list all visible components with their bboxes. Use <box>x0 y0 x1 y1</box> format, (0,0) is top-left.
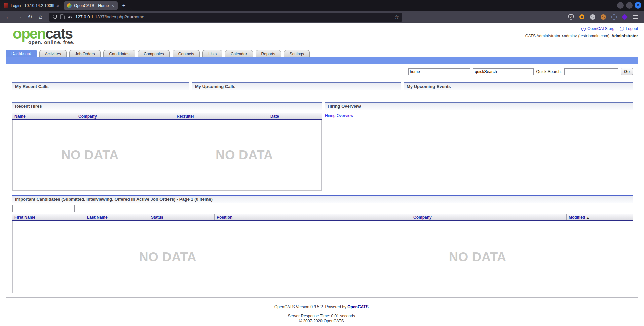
home-icon[interactable]: ⌂ <box>36 14 46 21</box>
search-row: Quick Search: Go <box>12 68 633 75</box>
no-data-watermark: NO DATA <box>61 148 119 162</box>
browser-tab-bar: Login - 10.10.14.2:10099 - × OpenCATS - … <box>0 0 644 11</box>
maximize-button[interactable] <box>626 2 633 9</box>
power-icon <box>620 27 624 31</box>
column-header[interactable]: Company <box>76 113 175 119</box>
nav-tab[interactable]: Activities <box>39 50 67 57</box>
proxy-globe-extension-icon[interactable] <box>609 13 619 22</box>
column-header[interactable]: Date <box>268 113 322 119</box>
window-close-button[interactable]: × <box>635 2 641 9</box>
action-bar <box>6 57 638 64</box>
opencats-org-link[interactable]: ✓OpenCATS.org <box>581 26 614 31</box>
cookie-orange-extension-icon[interactable] <box>598 13 608 22</box>
hiring-overview-link[interactable]: Hiring Overview <box>325 113 353 118</box>
panel-my-upcoming-events: My Upcoming Events <box>404 82 633 90</box>
quick-search-label: Quick Search: <box>536 69 562 74</box>
shield-icon[interactable] <box>52 14 58 19</box>
sort-asc-icon: ▲ <box>586 216 589 219</box>
no-data-watermark: NO DATA <box>139 250 196 264</box>
important-candidates-title: Important Candidates (Submitted, Intervi… <box>12 195 633 203</box>
new-tab-button[interactable]: + <box>118 2 130 9</box>
no-data-watermark: NO DATA <box>216 148 273 162</box>
main-container: Quick Search: Go My Recent Calls My Upco… <box>6 57 638 298</box>
column-header[interactable]: Last Name <box>85 214 149 220</box>
hiring-overview-section: Hiring Overview Hiring Overview <box>325 102 633 191</box>
purple-diamond-extension-icon[interactable] <box>620 13 630 22</box>
module-input[interactable] <box>408 68 470 75</box>
logo-tagline: open. online. free. <box>28 40 75 45</box>
column-header[interactable]: Position <box>214 214 411 220</box>
nav-tab[interactable]: Companies <box>138 50 170 57</box>
recent-hires-title: Recent Hires <box>12 102 322 110</box>
recent-hires-section: Recent Hires NameCompanyRecruiterDate NO… <box>12 102 322 191</box>
orange-ring-extension-icon[interactable] <box>577 13 587 22</box>
hiring-overview-title: Hiring Overview <box>325 102 633 110</box>
action-input[interactable] <box>473 68 534 75</box>
tab-close-icon[interactable]: × <box>111 3 114 8</box>
opencats-footer-link[interactable]: OpenCATS <box>347 304 368 309</box>
refresh-icon[interactable]: ↻ <box>25 13 35 21</box>
login-page-favicon <box>4 3 8 8</box>
server-response-time: Server Response Time: 0.01 seconds. <box>0 314 644 319</box>
address-bar[interactable]: 127.0.0.1:1337/index.php?m=home ☆ <box>49 13 402 22</box>
important-candidates-section: Important Candidates (Submitted, Intervi… <box>12 195 633 293</box>
browser-tab-opencats[interactable]: OpenCATS - Home × <box>64 1 117 10</box>
nav-tab[interactable]: Reports <box>256 50 281 57</box>
nav-tab[interactable]: Lists <box>202 50 222 57</box>
copyright: © 2007-2020 OpenCATS. <box>0 319 644 324</box>
quick-search-input[interactable] <box>564 68 618 75</box>
opencats-logo: opencats open. online. free. <box>13 26 75 45</box>
page-icon[interactable] <box>60 14 65 19</box>
nav-tab[interactable]: Contacts <box>173 50 200 57</box>
logged-in-user: CATS Administrator <admin> (testdomain.c… <box>525 34 638 38</box>
tracking-protection-icon[interactable]: ✓ <box>566 13 576 22</box>
nav-tab[interactable]: Dashboard <box>6 50 37 57</box>
cookie-extension-icon[interactable] <box>588 13 598 22</box>
bookmark-star-icon[interactable]: ☆ <box>394 14 399 20</box>
column-header[interactable]: First Name <box>12 214 85 220</box>
panel-my-upcoming-calls: My Upcoming Calls <box>192 82 401 90</box>
logout-link[interactable]: Logout <box>620 26 638 31</box>
important-candidates-table-body: NO DATA NO DATA <box>12 221 633 293</box>
tab-close-icon[interactable]: × <box>56 3 60 8</box>
candidates-filter-input[interactable] <box>12 205 75 212</box>
recent-hires-table-body: NO DATA NO DATA <box>12 120 322 191</box>
column-header[interactable]: Recruiter <box>175 113 268 119</box>
back-icon[interactable]: ← <box>3 14 13 21</box>
menu-icon[interactable] <box>631 13 641 22</box>
panel-my-recent-calls: My Recent Calls <box>12 82 189 90</box>
key-icon <box>67 14 73 19</box>
go-button[interactable]: Go <box>621 68 633 75</box>
page-footer: OpenCATS Version 0.9.5.2. Powered by Ope… <box>0 304 644 324</box>
nav-tab[interactable]: Calendar <box>225 50 253 57</box>
column-header[interactable]: Status <box>149 214 214 220</box>
recent-hires-table-header: NameCompanyRecruiterDate <box>12 113 322 120</box>
check-circle-icon: ✓ <box>581 27 586 31</box>
browser-toolbar: ← → ↻ ⌂ 127.0.0.1:1337/index.php?m=home … <box>0 11 644 23</box>
important-candidates-table-header: First NameLast NameStatusPositionCompany… <box>12 214 633 221</box>
browser-tab-title: Login - 10.10.14.2:10099 - <box>11 3 54 8</box>
no-data-watermark: NO DATA <box>449 250 506 264</box>
opencats-favicon <box>67 3 72 8</box>
nav-tab[interactable]: Settings <box>284 50 310 57</box>
forward-icon[interactable]: → <box>14 14 24 21</box>
site-header: opencats open. online. free. ✓OpenCATS.o… <box>0 23 644 50</box>
browser-tab-title: OpenCATS - Home <box>74 3 109 8</box>
column-header[interactable]: Modified▲ <box>566 214 633 220</box>
nav-tab[interactable]: Candidates <box>103 50 135 57</box>
column-header[interactable]: Company <box>411 214 566 220</box>
url-text: 127.0.0.1:1337/index.php?m=home <box>75 14 392 19</box>
browser-tab-login[interactable]: Login - 10.10.14.2:10099 - × <box>1 1 63 10</box>
nav-tab[interactable]: Job Orders <box>69 50 101 57</box>
main-nav: DashboardActivitiesJob OrdersCandidatesC… <box>0 50 644 57</box>
minimize-button[interactable] <box>617 2 624 9</box>
column-header[interactable]: Name <box>12 113 76 119</box>
